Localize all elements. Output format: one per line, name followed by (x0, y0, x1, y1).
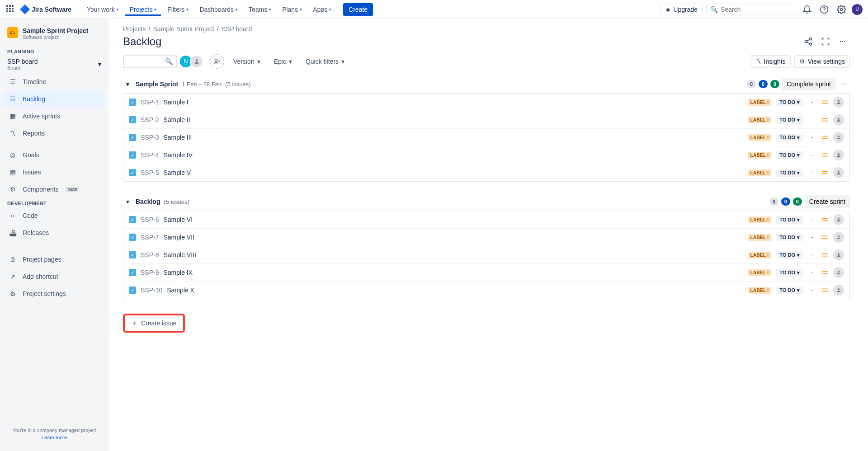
backlog-search-input[interactable] (127, 58, 165, 65)
issue-key[interactable]: SSP-6 (141, 216, 159, 223)
issue-row[interactable]: ✓ SSP-2 Sample II LABEL I TO DO ▾ - (123, 111, 849, 129)
issue-key[interactable]: SSP-10 (141, 287, 162, 294)
issue-label[interactable]: LABEL I (748, 117, 772, 123)
estimate[interactable]: - (808, 234, 817, 241)
status-dropdown[interactable]: TO DO ▾ (776, 269, 803, 277)
priority-medium-icon[interactable] (821, 216, 829, 223)
sidebar-item-timeline[interactable]: ☰ Timeline (4, 74, 105, 90)
issue-row[interactable]: ✓ SSP-7 Sample VII LABEL I TO DO ▾ - (123, 229, 849, 246)
board-selector[interactable]: SSP board Board ▾ (4, 55, 105, 73)
version-filter[interactable]: Version▾ (229, 55, 265, 68)
nav-plans[interactable]: Plans▾ (278, 3, 307, 16)
assignee-avatar[interactable] (833, 132, 844, 143)
issue-summary[interactable]: Sample VII (163, 234, 743, 241)
issue-label[interactable]: LABEL I (748, 216, 772, 223)
issue-label[interactable]: LABEL I (748, 99, 772, 106)
status-dropdown[interactable]: TO DO ▾ (776, 234, 803, 241)
sidebar-item-components[interactable]: ⚙ Components NEW (4, 181, 105, 197)
issue-label[interactable]: LABEL I (748, 252, 772, 258)
issue-summary[interactable]: Sample IX (163, 269, 743, 276)
nav-teams[interactable]: Teams▾ (244, 3, 276, 16)
sidebar-item-issues[interactable]: ▤ Issues (4, 164, 105, 180)
estimate[interactable]: - (808, 251, 817, 258)
sprint-more-icon[interactable]: ⋯ (838, 79, 850, 89)
assignee-avatar[interactable] (833, 267, 844, 278)
insights-button[interactable]: 〽Insights (750, 55, 791, 68)
inprogress-count[interactable]: 0 (759, 80, 768, 88)
product-logo[interactable]: Jira Software (20, 5, 71, 14)
sidebar-item-reports[interactable]: 〽 Reports (4, 125, 105, 141)
nav-apps[interactable]: Apps▾ (308, 3, 336, 16)
issue-key[interactable]: SSP-3 (141, 134, 159, 141)
status-dropdown[interactable]: TO DO ▾ (776, 151, 803, 159)
priority-medium-icon[interactable] (821, 169, 829, 176)
issue-row[interactable]: ✓ SSP-10 Sample X LABEL I TO DO ▾ - (123, 282, 849, 299)
collapse-toggle[interactable]: ▾ (123, 197, 132, 206)
issue-summary[interactable]: Sample I (163, 99, 743, 106)
help-icon[interactable] (817, 3, 831, 16)
priority-medium-icon[interactable] (821, 116, 829, 123)
issue-row[interactable]: ✓ SSP-4 Sample IV LABEL I TO DO ▾ - (123, 146, 849, 164)
issue-label[interactable]: LABEL I (748, 134, 772, 141)
done-count[interactable]: 0 (793, 197, 802, 206)
priority-medium-icon[interactable] (821, 234, 829, 241)
issue-row[interactable]: ✓ SSP-8 Sample VIII LABEL I TO DO ▾ - (123, 246, 849, 264)
issue-key[interactable]: SSP-5 (141, 169, 159, 176)
done-count[interactable]: 0 (770, 80, 779, 88)
issue-row[interactable]: ✓ SSP-3 Sample III LABEL I TO DO ▾ - (123, 129, 849, 146)
upgrade-button[interactable]: ◈ Upgrade (660, 4, 703, 15)
estimate[interactable]: - (808, 169, 817, 176)
issue-key[interactable]: SSP-7 (141, 234, 159, 241)
sidebar-item-add-shortcut[interactable]: ↗ Add shortcut (4, 268, 105, 285)
sidebar-item-goals[interactable]: ◎ Goals (4, 147, 105, 163)
assignee-avatar[interactable] (833, 167, 844, 178)
assignee-avatar[interactable] (833, 114, 844, 125)
status-dropdown[interactable]: TO DO ▾ (776, 251, 803, 259)
status-dropdown[interactable]: TO DO ▾ (776, 116, 803, 124)
estimate[interactable]: - (808, 151, 817, 159)
assignee-avatar[interactable] (833, 232, 844, 243)
add-people-button[interactable] (210, 54, 224, 69)
sidebar-item-project-pages[interactable]: 🗎 Project pages (4, 251, 105, 268)
breadcrumb-board[interactable]: SSP board (222, 25, 252, 33)
issue-label[interactable]: LABEL I (748, 152, 772, 159)
issue-row[interactable]: ✓ SSP-1 Sample I LABEL I TO DO ▾ - (123, 94, 849, 111)
estimate[interactable]: - (808, 134, 817, 141)
nav-your-work[interactable]: Your work▾ (82, 3, 123, 16)
issue-label[interactable]: LABEL I (748, 169, 772, 176)
issue-summary[interactable]: Sample II (163, 116, 743, 123)
settings-icon[interactable] (835, 3, 848, 16)
issue-key[interactable]: SSP-2 (141, 116, 159, 123)
priority-medium-icon[interactable] (821, 251, 829, 258)
issue-key[interactable]: SSP-1 (141, 99, 159, 106)
issue-label[interactable]: LABEL I (748, 234, 772, 241)
issue-row[interactable]: ✓ SSP-6 Sample VI LABEL I TO DO ▾ - (123, 211, 849, 229)
sidebar-item-backlog[interactable]: ☲ Backlog (4, 91, 105, 107)
more-menu-icon[interactable]: ⋯ (835, 34, 850, 49)
quick-filters[interactable]: Quick filters▾ (301, 55, 349, 68)
fullscreen-icon[interactable] (818, 34, 833, 49)
issue-summary[interactable]: Sample X (167, 287, 743, 294)
status-dropdown[interactable]: TO DO ▾ (776, 134, 803, 141)
app-switcher-icon[interactable] (5, 4, 16, 15)
create-issue-button[interactable]: ＋ Create issue (126, 316, 182, 330)
assignee-avatar[interactable] (833, 97, 844, 108)
global-search[interactable]: 🔍 (706, 4, 797, 15)
issue-row[interactable]: ✓ SSP-5 Sample V LABEL I TO DO ▾ - (123, 164, 849, 181)
sidebar-item-code[interactable]: ‹› Code (4, 207, 105, 224)
issue-summary[interactable]: Sample VIII (163, 251, 743, 258)
sidebar-item-releases[interactable]: 🚢 Releases (4, 225, 105, 241)
estimate[interactable]: - (808, 99, 817, 106)
nav-filters[interactable]: Filters▾ (163, 3, 193, 16)
learn-more-link[interactable]: Learn more (5, 435, 103, 440)
sidebar-item-project-settings[interactable]: ⚙ Project settings (4, 286, 105, 302)
notifications-icon[interactable] (800, 3, 814, 16)
collapse-toggle[interactable]: ▾ (123, 80, 132, 89)
issue-row[interactable]: ✓ SSP-9 Sample IX LABEL I TO DO ▾ - (123, 264, 849, 282)
status-dropdown[interactable]: TO DO ▾ (776, 169, 803, 177)
issue-summary[interactable]: Sample IV (163, 151, 743, 159)
assignee-avatar[interactable] (833, 150, 844, 160)
assignee-avatar[interactable] (833, 249, 844, 260)
priority-medium-icon[interactable] (821, 287, 829, 294)
issue-key[interactable]: SSP-8 (141, 251, 159, 258)
